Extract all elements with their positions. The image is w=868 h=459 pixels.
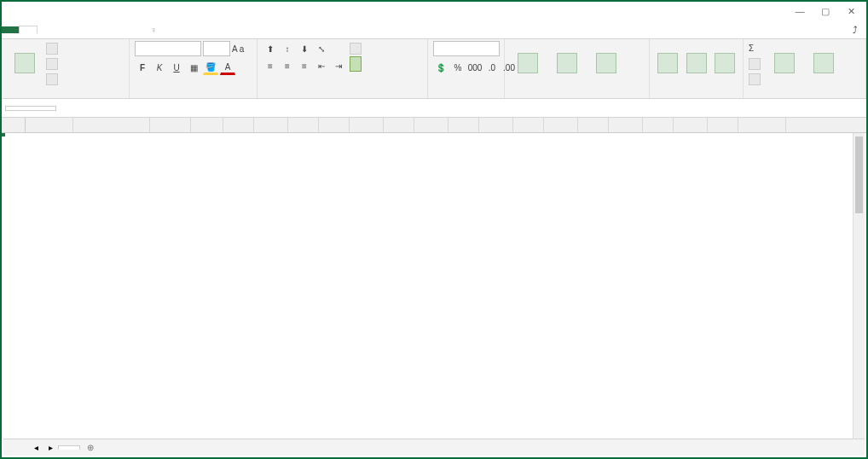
number-format-select[interactable] — [433, 41, 500, 56]
wrap-icon — [350, 43, 362, 55]
sort-filter-button[interactable] — [767, 41, 802, 87]
autosum-button[interactable]: Σ — [749, 41, 763, 55]
paste-button[interactable] — [7, 41, 43, 87]
inc-dec-icon[interactable]: .0 — [484, 60, 500, 75]
indent-dec-icon[interactable]: ⇤ — [314, 58, 329, 73]
column-headers — [2, 118, 866, 133]
format-icon — [715, 53, 735, 73]
col-header[interactable] — [414, 118, 448, 132]
currency-icon[interactable]: 💲 — [433, 60, 448, 75]
orient-icon[interactable]: ⤡ — [314, 41, 329, 56]
delete-cells-button[interactable] — [684, 41, 709, 87]
col-header[interactable] — [350, 118, 384, 132]
brush-icon — [46, 73, 58, 85]
tab-data[interactable] — [89, 26, 106, 33]
col-header[interactable] — [254, 118, 288, 132]
col-header[interactable] — [708, 118, 738, 132]
indent-inc-icon[interactable]: ⇥ — [331, 58, 346, 73]
table-format-button[interactable] — [549, 41, 585, 87]
tab-file[interactable] — [2, 26, 19, 33]
align-right-icon[interactable]: ≡ — [297, 58, 312, 73]
tab-insert[interactable] — [38, 26, 55, 33]
align-left-icon[interactable]: ≡ — [263, 58, 278, 73]
paste-icon — [14, 53, 35, 73]
tab-home[interactable] — [19, 26, 38, 34]
fill-color-button[interactable]: 🪣 — [203, 60, 218, 75]
col-header[interactable] — [738, 118, 786, 132]
insert-cells-button[interactable] — [655, 41, 680, 87]
cell-styles-button[interactable] — [588, 41, 624, 87]
col-header[interactable] — [319, 118, 350, 132]
name-box[interactable] — [5, 106, 56, 111]
tell-me[interactable]: ♀ — [140, 25, 846, 35]
increase-font-icon[interactable]: A — [232, 44, 238, 54]
redo-icon[interactable] — [39, 4, 53, 18]
percent-icon[interactable]: % — [450, 60, 466, 75]
col-header[interactable] — [643, 118, 674, 132]
col-header[interactable] — [191, 118, 223, 132]
col-header[interactable] — [223, 118, 254, 132]
border-button[interactable]: ▦ — [186, 60, 201, 75]
ribbon: A a F K U ▦ 🪣 A ⬆↕⬇⤡ ≡≡≡⇤⇥ — [2, 39, 866, 99]
col-header[interactable] — [384, 118, 414, 132]
fill-button[interactable] — [749, 56, 763, 71]
minimize-icon[interactable]: — — [788, 3, 812, 19]
col-header[interactable] — [609, 118, 643, 132]
share-button[interactable]: ⤴ — [846, 25, 866, 35]
undo-icon[interactable] — [22, 4, 36, 18]
font-color-button[interactable]: A — [220, 60, 235, 75]
sheet-tabs: ◂ ▸ ⊕ — [3, 439, 865, 456]
merge-center-button[interactable] — [350, 56, 362, 72]
formula-input[interactable] — [70, 107, 866, 110]
ribbon-tabs: ♀ ⤴ — [2, 20, 866, 39]
col-header[interactable] — [674, 118, 708, 132]
clear-button[interactable] — [749, 72, 763, 86]
align-bot-icon[interactable]: ⬇ — [297, 41, 312, 56]
col-header[interactable] — [544, 118, 578, 132]
font-size-select[interactable] — [203, 41, 230, 56]
align-center-icon[interactable]: ≡ — [280, 58, 295, 73]
col-header[interactable] — [448, 118, 479, 132]
tab-view[interactable] — [123, 26, 140, 33]
col-header[interactable] — [513, 118, 544, 132]
cut-button[interactable] — [46, 41, 61, 55]
format-cells-button[interactable] — [712, 41, 738, 87]
cond-format-button[interactable] — [510, 41, 546, 87]
sheet-nav-next-icon[interactable]: ▸ — [43, 443, 58, 452]
col-header[interactable] — [578, 118, 609, 132]
insert-icon — [657, 53, 678, 73]
underline-button[interactable]: U — [169, 60, 184, 75]
italic-button[interactable]: K — [152, 60, 167, 75]
maximize-icon[interactable]: ▢ — [813, 3, 837, 19]
sheet-tab-active[interactable] — [58, 445, 80, 450]
wrap-text-button[interactable] — [350, 41, 364, 55]
align-top-icon[interactable]: ⬆ — [263, 41, 278, 56]
tab-layout[interactable] — [55, 26, 72, 33]
cut-icon — [46, 43, 58, 55]
col-header[interactable] — [479, 118, 513, 132]
tab-review[interactable] — [106, 26, 123, 33]
scroll-thumb[interactable] — [855, 137, 863, 213]
sheet-nav-prev-icon[interactable]: ◂ — [29, 443, 43, 452]
decrease-font-icon[interactable]: a — [240, 44, 245, 54]
add-sheet-icon[interactable]: ⊕ — [80, 441, 101, 454]
col-header[interactable] — [150, 118, 191, 132]
find-icon — [813, 53, 834, 73]
col-header[interactable] — [288, 118, 319, 132]
col-header[interactable] — [26, 118, 73, 132]
format-painter-button[interactable] — [46, 72, 61, 86]
align-mid-icon[interactable]: ↕ — [280, 41, 295, 56]
bold-button[interactable]: F — [135, 60, 150, 75]
save-icon[interactable] — [5, 4, 19, 18]
tab-formulas[interactable] — [72, 26, 89, 33]
font-name-select[interactable] — [135, 41, 201, 56]
select-all-corner[interactable] — [2, 118, 26, 132]
table-icon — [557, 53, 577, 73]
copy-button[interactable] — [46, 56, 61, 71]
find-select-button[interactable] — [806, 41, 842, 87]
comma-icon[interactable]: 000 — [467, 60, 483, 75]
col-header[interactable] — [73, 118, 150, 132]
sort-icon — [774, 53, 795, 73]
close-icon[interactable]: ✕ — [839, 3, 863, 19]
vertical-scrollbar[interactable] — [853, 133, 865, 439]
